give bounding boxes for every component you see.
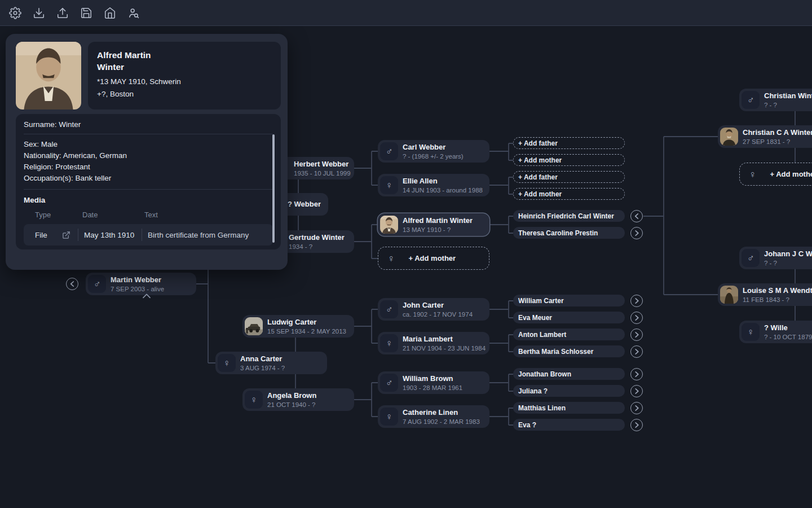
person-node-eva-unknown[interactable]: Eva ?: [513, 419, 625, 431]
chevron-right-icon-eva-meuer-expand[interactable]: [630, 312, 643, 324]
chevron-left-icon-martin-webber-collapse[interactable]: [66, 278, 78, 290]
person-node-anton-lambert[interactable]: Anton Lambert: [513, 329, 625, 340]
person-node-add-mother-1[interactable]: + Add mother: [513, 154, 625, 166]
upload-icon[interactable]: [56, 6, 69, 20]
female-icon: ♀: [245, 391, 263, 409]
collapse-card-chevron-up-icon[interactable]: [141, 291, 152, 300]
person-name: Anton Lambert: [518, 331, 566, 339]
person-dates: 21 NOV 1904 - 23 JUN 1984: [403, 344, 486, 352]
media-type: File: [35, 231, 59, 239]
person-node-christian-c-a-winter[interactable]: Christian C A Winter27 SEP 1831 - ?: [718, 125, 812, 148]
person-dates: ? - (1968 +/- 2 years): [403, 152, 464, 160]
toolbar: [0, 0, 812, 26]
person-thumbnail-photo: [720, 286, 738, 304]
person-node-johann-j-c-wendt[interactable]: ♂Johann J C Wendt? - ?: [739, 247, 812, 269]
person-node-carl-webber[interactable]: ♂Carl Webber? - (1968 +/- 2 years): [378, 140, 489, 163]
person-node-william-carter[interactable]: William Carter: [513, 295, 625, 306]
column-separator: [142, 229, 142, 241]
chevron-right-icon-eva-expand[interactable]: [630, 419, 643, 431]
person-name: Christian Winter: [764, 91, 812, 100]
person-portrait-photo[interactable]: [16, 42, 81, 110]
person-node-ellie-allen[interactable]: ♀Ellie Allen14 JUN 1903 - around 1988: [378, 174, 489, 196]
person-name: + Add mother: [518, 190, 562, 198]
chevron-right-icon-matthias-linen-expand[interactable]: [630, 402, 643, 414]
person-name: Martin Webber: [111, 275, 164, 284]
male-icon: ♂: [380, 300, 398, 318]
person-dates: 1934 - ?: [289, 243, 345, 251]
person-node-add-father-1[interactable]: + Add father: [513, 137, 625, 149]
person-node-catherine-linen[interactable]: ♀Catherine Linen7 AUG 1902 - 2 MAR 1983: [378, 405, 489, 428]
person-node-william-brown[interactable]: ♂William Brown1903 - 28 MAR 1961: [378, 371, 489, 394]
person-node-anna-carter[interactable]: ♀Anna Carter3 AUG 1974 - ?: [215, 352, 327, 374]
chevron-left-icon-heinrich-collapse[interactable]: [630, 210, 643, 222]
person-node-christian-winter[interactable]: ♂Christian Winter? - ?: [739, 89, 812, 111]
person-node-add-mother-right[interactable]: ♀+ Add mother: [739, 163, 812, 186]
person-name: Ellie Allen: [403, 177, 483, 186]
media-header-type: Type: [35, 211, 51, 219]
person-node-matthias-linen[interactable]: Matthias Linen: [513, 402, 625, 414]
person-dates: 11 FEB 1843 - ?: [743, 296, 812, 304]
chevron-right-icon-jonathan-brown-expand[interactable]: [630, 368, 643, 380]
person-node-heinrich-friedrich-carl-winter[interactable]: Heinrich Friedrich Carl Winter: [513, 210, 625, 222]
save-icon[interactable]: [80, 6, 93, 20]
media-text: Birth certificate from Germany: [148, 231, 249, 239]
person-name: Juliana ?: [518, 387, 548, 395]
person-dates: ? - ?: [764, 259, 812, 267]
person-name: William Brown: [403, 374, 462, 383]
settings-icon[interactable]: [8, 6, 22, 20]
male-icon: ♂: [380, 142, 398, 160]
scrollbar-thumb[interactable]: [272, 134, 275, 243]
person-node-bertha-maria-schlosser[interactable]: Bertha Maria Schlosser: [513, 345, 625, 357]
person-name: William Carter: [518, 297, 564, 305]
person-name: Carl Webber: [403, 143, 464, 152]
person-node-juliana-unknown[interactable]: Juliana ?: [513, 385, 625, 397]
chevron-right-icon-bertha-schlosser-expand[interactable]: [630, 345, 643, 358]
person-node-add-mother-2[interactable]: + Add mother: [513, 188, 625, 200]
person-thumbnail-photo: [380, 216, 398, 234]
person-node-john-carter[interactable]: ♂John Carterca. 1902 - 17 NOV 1974: [378, 298, 489, 321]
person-dates: ? - ?: [764, 101, 812, 109]
add-parent-label: + Add mother: [770, 170, 812, 178]
person-dates: 13 MAY 1910 - ?: [403, 226, 473, 234]
person-node-ludwig-carter[interactable]: Ludwig Carter15 SEP 1934 - 2 MAY 2013: [242, 315, 354, 338]
download-icon[interactable]: [32, 6, 46, 20]
person-name: + Add father: [518, 139, 558, 147]
column-separator: [78, 229, 78, 241]
surname-row: Surname: Winter: [24, 114, 273, 129]
person-node-eva-meuer[interactable]: Eva Meuer: [513, 312, 625, 323]
person-node-theresa-caroline-prestin[interactable]: Theresa Caroline Prestin: [513, 227, 625, 239]
home-icon[interactable]: [103, 6, 117, 20]
person-node-maria-lambert[interactable]: ♀Maria Lambert21 NOV 1904 - 23 JUN 1984: [378, 332, 489, 354]
person-name: Johann J C Wendt: [764, 249, 812, 259]
person-dates: 27 SEP 1831 - ?: [743, 138, 812, 146]
person-node-angela-brown[interactable]: ♀Angela Brown21 OCT 1940 - ?: [242, 388, 354, 411]
person-node-louise-s-m-a-wendt[interactable]: Louise S M A Wendt11 FEB 1843 - ?: [718, 283, 812, 306]
chevron-right-icon-theresa-expand[interactable]: [630, 227, 643, 239]
person-node-wille-unknown[interactable]: ♀? Wille? - 10 OCT 1879: [739, 321, 812, 343]
media-header-text: Text: [144, 211, 158, 219]
attribute-row: Religion: Protestant: [24, 161, 273, 173]
person-dates: 1903 - 28 MAR 1961: [403, 384, 462, 392]
person-node-alfred-martin-winter[interactable]: Alfred Martin Winter13 MAY 1910 - ?: [378, 213, 489, 236]
person-name: John Carter: [403, 301, 473, 310]
attribute-row: Sex: Male: [24, 139, 273, 150]
person-name: Maria Lambert: [403, 335, 486, 344]
person-name: Heinrich Friedrich Carl Winter: [518, 212, 614, 220]
person-name: Herbert Webber: [294, 160, 351, 169]
person-name: Catherine Linen: [403, 408, 480, 417]
person-node-add-father-2[interactable]: + Add father: [513, 171, 625, 183]
person-search-icon[interactable]: [127, 6, 140, 20]
external-link-icon[interactable]: [60, 229, 72, 241]
person-dates: ca. 1902 - 17 NOV 1974: [403, 310, 473, 318]
person-name: Angela Brown: [267, 391, 316, 400]
chevron-right-icon-juliana-expand[interactable]: [630, 385, 643, 397]
person-node-add-mother-winter[interactable]: ♀+ Add mother: [378, 247, 489, 270]
female-icon: ♀: [742, 323, 760, 341]
person-node-jonathan-brown[interactable]: Jonathan Brown: [513, 368, 625, 380]
female-icon: ♀: [380, 408, 398, 426]
chevron-right-icon-william-carter-expand[interactable]: [630, 295, 643, 307]
divider: [24, 189, 273, 190]
person-dates: 1935 - 10 JUL 1999: [294, 169, 351, 177]
chevron-right-icon-anton-lambert-expand[interactable]: [630, 329, 643, 341]
person-dates: 7 SEP 2003 - alive: [111, 285, 164, 293]
